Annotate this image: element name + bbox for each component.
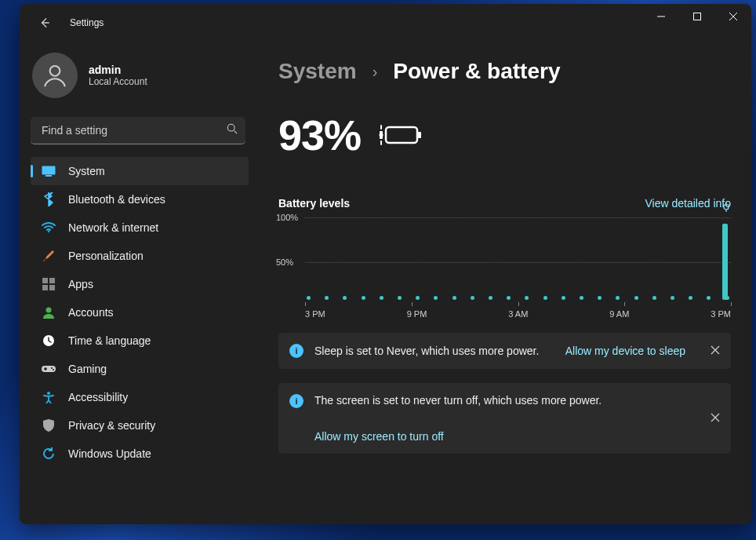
chart-dot: [307, 296, 311, 300]
minimize-icon: [657, 13, 665, 20]
chart-dot: [434, 296, 438, 300]
info-action-link[interactable]: Allow my device to sleep: [565, 345, 685, 357]
caption-controls: [643, 4, 751, 42]
content-area: System › Power & battery 93% Battery lev…: [255, 42, 751, 524]
person-icon: [42, 62, 68, 89]
sidebar-item-time-language[interactable]: Time & language: [31, 327, 249, 355]
svg-rect-12: [42, 366, 56, 372]
svg-point-15: [47, 392, 50, 395]
plug-indicator-icon: [721, 202, 731, 214]
system-icon: [42, 166, 56, 177]
battery-summary: 93%: [278, 111, 731, 159]
chart-dot: [489, 296, 492, 300]
sidebar-item-gaming[interactable]: Gaming: [31, 355, 249, 383]
sidebar-item-label: Personalization: [68, 250, 144, 262]
chart-dot: [689, 296, 692, 300]
nav-list: SystemBluetooth & devicesNetwork & inter…: [31, 157, 249, 468]
battery-chart[interactable]: 100% 50% 3 PM9 PM3 AM9 AM3 PM: [278, 217, 731, 319]
breadcrumb: System › Power & battery: [278, 59, 731, 84]
chart-dot: [362, 296, 365, 300]
breadcrumb-parent[interactable]: System: [278, 59, 357, 84]
info-action-link[interactable]: Allow my screen to turn off: [314, 430, 720, 443]
minimize-button[interactable]: [643, 4, 679, 29]
x-tick: [305, 302, 306, 306]
search-icon: [227, 123, 238, 137]
sidebar-item-bluetooth-devices[interactable]: Bluetooth & devices: [31, 185, 249, 213]
dismiss-button[interactable]: [711, 412, 720, 425]
maximize-button[interactable]: [679, 4, 715, 29]
page-title: Power & battery: [393, 59, 560, 84]
sidebar-item-privacy-security[interactable]: Privacy & security: [31, 411, 249, 440]
profile-block[interactable]: admin Local Account: [31, 42, 249, 114]
search-box[interactable]: [31, 117, 245, 144]
x-label: 3 PM: [711, 309, 731, 319]
x-tick: [518, 302, 519, 306]
current-level-bar: [722, 224, 728, 300]
sidebar-item-label: Time & language: [68, 334, 151, 347]
sidebar-item-windows-update[interactable]: Windows Update: [31, 440, 249, 468]
svg-point-5: [48, 231, 49, 232]
svg-rect-0: [694, 13, 701, 20]
info-card: iSleep is set to Never, which uses more …: [278, 333, 731, 369]
sidebar-item-accessibility[interactable]: Accessibility: [31, 383, 249, 411]
chart-dot: [725, 296, 729, 300]
maximize-icon: [693, 13, 701, 20]
chart-dots: [305, 296, 731, 300]
chart-dot: [543, 296, 547, 300]
view-detailed-info-link[interactable]: View detailed info: [645, 197, 731, 210]
close-button[interactable]: [715, 4, 751, 29]
x-label: 9 PM: [407, 309, 427, 319]
x-tick: [731, 302, 732, 306]
chart-dot: [598, 296, 602, 300]
chart-dot: [652, 296, 656, 300]
shield-icon: [42, 419, 56, 432]
chart-dot: [507, 296, 511, 300]
sidebar-item-label: Gaming: [68, 363, 107, 375]
x-tick: [624, 302, 625, 306]
sidebar-item-apps[interactable]: Apps: [31, 270, 249, 298]
svg-point-10: [46, 308, 52, 313]
chart-dot: [453, 296, 456, 300]
apps-icon: [42, 278, 56, 290]
settings-window: Settings admin Local Account: [20, 4, 751, 524]
info-cards: iSleep is set to Never, which uses more …: [278, 333, 731, 454]
sidebar-item-label: System: [68, 165, 105, 177]
svg-point-2: [227, 124, 234, 131]
x-label: 3 AM: [508, 309, 528, 319]
info-icon: i: [289, 394, 303, 408]
chart-dot: [616, 296, 620, 300]
sidebar-item-label: Network & internet: [68, 221, 158, 234]
chart-dot: [343, 296, 347, 300]
chart-dot: [471, 296, 474, 300]
wifi-icon: [42, 222, 56, 233]
sidebar-item-system[interactable]: System: [31, 157, 249, 185]
chart-dot: [416, 296, 420, 300]
svg-point-14: [53, 369, 54, 370]
sidebar-item-label: Bluetooth & devices: [68, 193, 165, 206]
svg-rect-16: [386, 127, 417, 143]
chart-dot: [562, 296, 565, 300]
chart-dot: [671, 296, 674, 300]
search-input[interactable]: [40, 123, 227, 137]
sidebar-item-label: Accessibility: [68, 391, 128, 403]
sidebar-item-personalization[interactable]: Personalization: [31, 242, 249, 270]
svg-rect-17: [418, 132, 421, 138]
app-title: Settings: [70, 17, 104, 28]
close-icon: [711, 345, 720, 355]
svg-point-13: [51, 367, 53, 369]
access-icon: [42, 391, 56, 403]
svg-rect-7: [49, 278, 55, 283]
svg-point-1: [50, 66, 60, 76]
brush-icon: [42, 250, 56, 262]
chart-dot: [325, 296, 329, 300]
back-button[interactable]: [32, 10, 57, 35]
sidebar-item-accounts[interactable]: Accounts: [31, 298, 249, 327]
chart-x-ticks: [305, 302, 731, 306]
dismiss-button[interactable]: [711, 345, 720, 357]
chart-x-labels: 3 PM9 PM3 AM9 AM3 PM: [305, 309, 731, 319]
x-label: 3 PM: [305, 309, 325, 319]
info-card: iThe screen is set to never turn off, wh…: [278, 383, 731, 454]
update-icon: [42, 447, 56, 460]
sidebar-item-network-internet[interactable]: Network & internet: [31, 213, 249, 242]
x-label: 9 AM: [609, 309, 629, 319]
